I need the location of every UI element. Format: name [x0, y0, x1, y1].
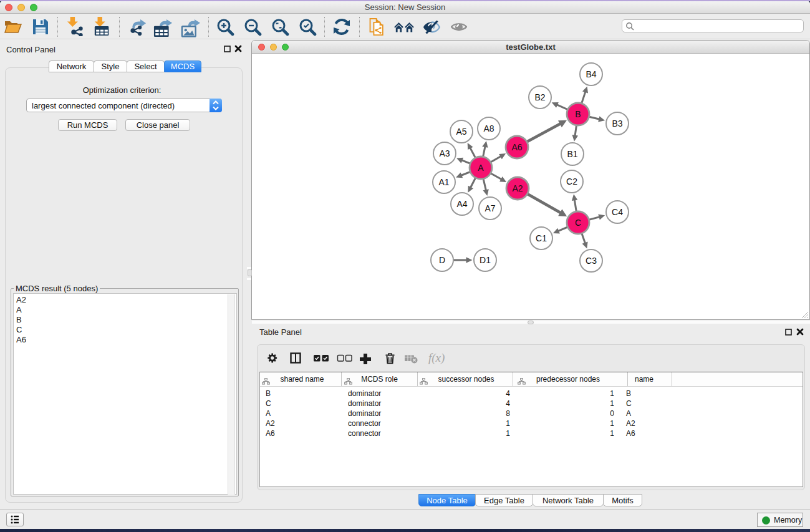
- svg-text:A4: A4: [456, 199, 467, 209]
- svg-text:A: A: [478, 163, 484, 173]
- svg-text:B2: B2: [534, 92, 545, 102]
- svg-text:A5: A5: [456, 127, 466, 137]
- svg-text:C2: C2: [566, 177, 577, 186]
- svg-text:A7: A7: [485, 203, 495, 213]
- svg-text:A1: A1: [438, 177, 449, 187]
- svg-text:C3: C3: [586, 256, 597, 266]
- svg-text:A3: A3: [439, 148, 450, 158]
- svg-text:B: B: [575, 109, 581, 119]
- svg-text:A8: A8: [483, 123, 494, 133]
- svg-text:B1: B1: [567, 149, 577, 159]
- svg-text:C: C: [575, 218, 581, 228]
- svg-text:f(x): f(x): [428, 352, 445, 364]
- svg-text:B4: B4: [586, 69, 596, 79]
- svg-text:C4: C4: [612, 207, 623, 217]
- svg-text:A6: A6: [511, 142, 522, 152]
- svg-text:A2: A2: [512, 183, 523, 193]
- svg-text:C1: C1: [536, 233, 547, 243]
- svg-text:D: D: [439, 255, 445, 265]
- svg-text:D1: D1: [480, 255, 491, 265]
- svg-text:B3: B3: [612, 118, 622, 128]
